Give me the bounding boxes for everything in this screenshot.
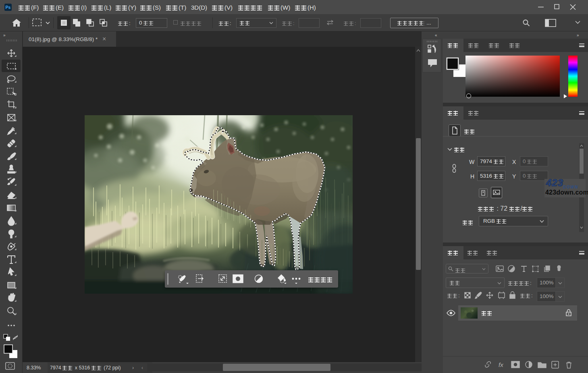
svg-text:fx: fx xyxy=(499,361,503,368)
